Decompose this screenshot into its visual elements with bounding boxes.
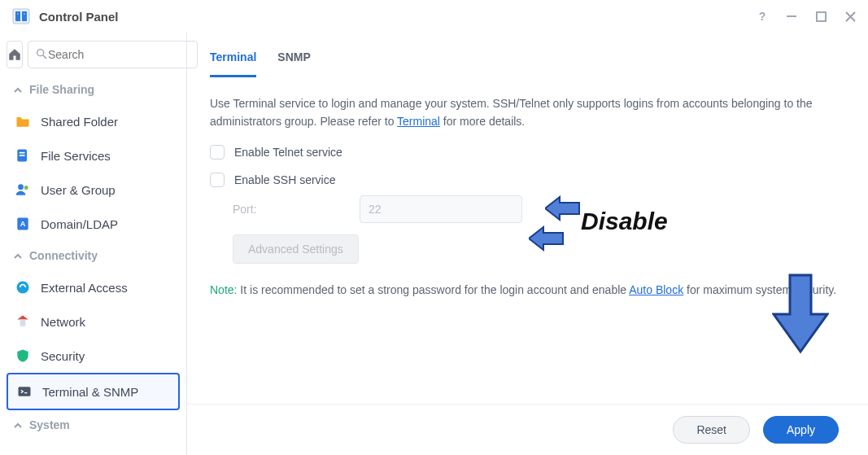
svg-point-15 [24,186,28,190]
svg-point-14 [18,184,24,190]
app-icon [11,7,31,26]
sidebar-item-user-group[interactable]: User & Group [7,173,180,207]
shield-icon [15,348,31,364]
file-services-icon [15,147,31,164]
home-button[interactable] [7,41,23,68]
users-icon [15,182,31,198]
sidebar-item-file-services[interactable]: File Services [7,138,180,173]
svg-rect-13 [20,155,25,156]
apply-button[interactable]: Apply [763,416,839,444]
network-icon [15,313,31,330]
search-icon [35,47,48,63]
svg-text:A: A [20,220,26,228]
port-label: Port: [233,203,347,216]
label-enable-ssh: Enable SSH service [234,173,336,186]
tab-terminal[interactable]: Terminal [210,47,256,77]
svg-point-4 [24,13,25,15]
window-title: Control Panel [39,10,756,24]
svg-point-18 [17,282,29,294]
description-text: Use Terminal service to login and manage… [210,95,845,130]
svg-rect-19 [20,320,26,326]
domain-icon: A [15,216,31,232]
terminal-icon [16,383,33,400]
help-icon[interactable]: ? [756,10,769,23]
section-file-sharing[interactable]: File Sharing [7,75,180,104]
search-input[interactable] [48,48,190,61]
maximize-icon[interactable] [814,10,827,23]
svg-rect-1 [15,11,20,21]
svg-line-10 [43,55,46,59]
sidebar-item-external-access[interactable]: External Access [7,270,180,304]
chevron-up-icon [13,85,23,94]
svg-rect-2 [22,11,27,21]
tab-snmp[interactable]: SNMP [277,47,310,77]
svg-rect-12 [20,152,25,154]
svg-point-9 [37,49,44,55]
link-icon [15,279,31,295]
svg-rect-20 [19,387,31,396]
svg-point-3 [17,13,19,15]
svg-marker-23 [529,227,563,250]
checkbox-enable-ssh[interactable] [210,173,225,187]
checkbox-enable-telnet[interactable] [210,145,225,160]
section-connectivity[interactable]: Connectivity [7,241,180,270]
sidebar-item-security[interactable]: Security [7,339,180,373]
minimize-icon[interactable] [785,10,798,23]
label-enable-telnet: Enable Telnet service [234,146,342,159]
section-system[interactable]: System [7,410,180,440]
folder-icon [15,113,31,129]
chevron-up-icon [13,420,23,430]
auto-block-link[interactable]: Auto Block [629,283,683,296]
sidebar-item-network[interactable]: Network [7,304,180,339]
advanced-settings-button: Advanced Settings [233,234,359,264]
svg-rect-6 [817,12,826,21]
terminal-help-link[interactable]: Terminal [397,115,440,128]
sidebar-item-domain-ldap[interactable]: A Domain/LDAP [7,207,180,241]
search-field[interactable] [28,41,198,68]
close-icon[interactable] [844,10,857,23]
chevron-up-icon [13,251,23,260]
sidebar-item-terminal-snmp[interactable]: Terminal & SNMP [7,373,180,410]
reset-button[interactable]: Reset [673,416,750,444]
annotation-arrow-icon [529,225,565,252]
sidebar-item-shared-folder[interactable]: Shared Folder [7,104,180,138]
note-text: Note: It is recommended to set a strong … [210,282,845,300]
port-input [360,195,522,223]
